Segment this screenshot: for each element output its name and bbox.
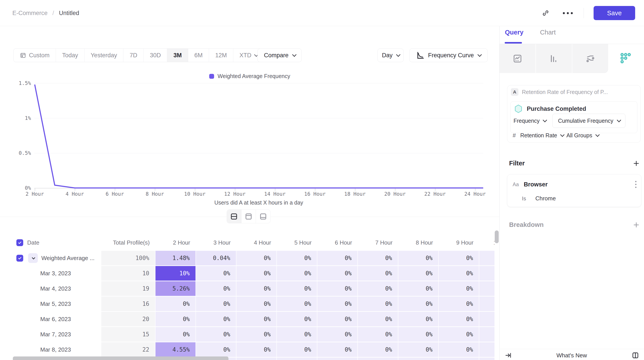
measure-dropdown[interactable]: Retention Rate — [520, 132, 563, 139]
value-cell[interactable]: 0% — [358, 342, 398, 357]
chart-type-insights-tab[interactable] — [500, 44, 536, 73]
value-cell[interactable]: 0% — [236, 342, 277, 357]
value-cell[interactable]: 0% — [479, 266, 494, 280]
layout-split-button[interactable] — [227, 210, 242, 223]
add-filter-button[interactable] — [633, 160, 640, 167]
column-header-5-hour[interactable]: 5 Hour — [277, 239, 317, 246]
filter-property-name[interactable]: Browser — [524, 181, 630, 188]
value-cell[interactable]: 0% — [277, 251, 317, 265]
value-cell[interactable]: 0% — [156, 312, 196, 326]
value-cell[interactable]: 1.48% — [156, 251, 196, 265]
column-header-9-hour[interactable]: 9 Hour — [439, 239, 479, 246]
value-cell[interactable]: 0% — [398, 342, 439, 357]
value-cell[interactable]: 0% — [439, 266, 479, 280]
table-horizontal-scrollbar[interactable] — [13, 356, 228, 360]
value-cell[interactable]: 0% — [439, 281, 479, 296]
value-cell[interactable]: 0% — [479, 312, 494, 326]
value-cell[interactable]: 0% — [439, 296, 479, 311]
value-cell[interactable]: 0% — [398, 296, 439, 311]
value-cell[interactable]: 0% — [479, 251, 494, 265]
kebab-menu-icon[interactable] — [635, 181, 636, 188]
value-cell[interactable]: 0% — [479, 327, 494, 342]
chart-style-button[interactable]: Frequency Curve — [409, 48, 488, 62]
value-cell[interactable] — [236, 358, 277, 360]
value-cell[interactable]: 0% — [277, 327, 317, 342]
table-row[interactable]: Mar 6, 2023200%0%0%0%0%0%0%0%0% — [13, 312, 494, 327]
value-cell[interactable]: 0% — [358, 266, 398, 280]
value-cell[interactable]: 0% — [358, 296, 398, 311]
value-cell[interactable]: 0% — [236, 251, 277, 265]
column-header-7-hour[interactable]: 7 Hour — [358, 239, 398, 246]
table-vertical-scrollbar[interactable] — [495, 230, 499, 243]
value-cell[interactable]: 10% — [156, 266, 196, 280]
value-cell[interactable]: 0% — [317, 281, 358, 296]
value-cell[interactable] — [358, 358, 398, 360]
value-cell[interactable]: 0% — [236, 312, 277, 326]
layout-table-only-button[interactable] — [256, 210, 270, 223]
value-cell[interactable] — [439, 358, 479, 360]
breadcrumb-project[interactable]: E-Commerce — [12, 10, 48, 16]
value-cell[interactable]: 0% — [277, 342, 317, 357]
value-cell[interactable]: 0% — [398, 281, 439, 296]
range-7d-button[interactable]: 7D — [124, 49, 144, 62]
copy-link-button[interactable] — [540, 7, 552, 19]
column-header-10-hour[interactable]: 10 Hour — [479, 239, 494, 246]
side-by-side-button[interactable] — [632, 352, 639, 359]
value-cell[interactable]: 0% — [317, 342, 358, 357]
value-cell[interactable]: 0% — [439, 342, 479, 357]
select-all-checkbox[interactable] — [16, 239, 23, 246]
column-header-8-hour[interactable]: 8 Hour — [398, 239, 439, 246]
filter-card[interactable] — [507, 174, 641, 207]
value-cell[interactable]: 5.26% — [156, 281, 196, 296]
column-header-date[interactable]: Date — [13, 239, 101, 246]
cumulative-frequency-dropdown[interactable]: Cumulative Frequency — [552, 114, 626, 128]
value-cell[interactable]: 0% — [196, 281, 236, 296]
value-cell[interactable] — [479, 358, 494, 360]
tab-query[interactable]: Query — [505, 29, 524, 42]
weighted-average-frequency-line[interactable] — [35, 84, 483, 188]
add-breakdown-button[interactable] — [633, 222, 640, 228]
value-cell[interactable]: 0% — [196, 342, 236, 357]
value-cell[interactable]: 0% — [317, 312, 358, 326]
value-cell[interactable]: 0% — [236, 266, 277, 280]
column-header-3-hour[interactable]: 3 Hour — [196, 239, 236, 246]
range-custom-button[interactable]: Custom — [14, 49, 56, 62]
value-cell[interactable]: 0% — [156, 327, 196, 342]
table-row[interactable]: Mar 5, 2023160%0%0%0%0%0%0%0%0% — [13, 296, 494, 312]
value-cell[interactable]: 0% — [196, 327, 236, 342]
collapse-panel-button[interactable] — [505, 352, 512, 359]
chart-type-frequency-tab[interactable] — [608, 44, 644, 73]
filter-value[interactable]: Chrome — [536, 195, 556, 202]
granularity-button[interactable]: Day — [378, 48, 404, 62]
value-cell[interactable]: 0% — [196, 312, 236, 326]
table-row[interactable]: Mar 8, 2023224.55%0%0%0%0%0%0%0%0% — [13, 342, 494, 358]
value-cell[interactable]: 0% — [236, 281, 277, 296]
compare-button[interactable]: Compare — [258, 48, 302, 62]
value-cell[interactable]: 0% — [398, 266, 439, 280]
filter-operator[interactable]: Is — [522, 196, 526, 202]
value-cell[interactable]: 0% — [277, 266, 317, 280]
expand-row-button[interactable] — [28, 253, 38, 263]
value-cell[interactable]: 0% — [236, 296, 277, 311]
value-cell[interactable]: 0% — [317, 327, 358, 342]
value-cell[interactable]: 0% — [358, 281, 398, 296]
chart-type-flows-tab[interactable] — [572, 44, 608, 73]
layout-chart-only-button[interactable] — [242, 210, 256, 223]
range-today-button[interactable]: Today — [56, 49, 84, 62]
chart-legend[interactable]: Weighted Average Frequency — [0, 73, 499, 80]
value-cell[interactable] — [398, 358, 439, 360]
value-cell[interactable]: 0% — [277, 281, 317, 296]
breadcrumb-report-title[interactable]: Untitled — [59, 10, 80, 16]
value-cell[interactable]: 0% — [439, 251, 479, 265]
table-row[interactable]: Weighted Average ...100%1.48%0.04%0%0%0%… — [13, 251, 494, 266]
column-header-2-hour[interactable]: 2 Hour — [156, 239, 196, 246]
value-cell[interactable]: 0% — [317, 296, 358, 311]
groups-dropdown[interactable]: All Groups — [566, 132, 598, 139]
range-3m-button[interactable]: 3M — [167, 49, 188, 62]
value-cell[interactable] — [317, 358, 358, 360]
range-12m-button[interactable]: 12M — [209, 49, 233, 62]
value-cell[interactable]: 0% — [479, 296, 494, 311]
value-cell[interactable]: 0% — [479, 281, 494, 296]
chart-type-funnels-tab[interactable] — [536, 44, 572, 73]
save-button[interactable]: Save — [594, 6, 635, 20]
